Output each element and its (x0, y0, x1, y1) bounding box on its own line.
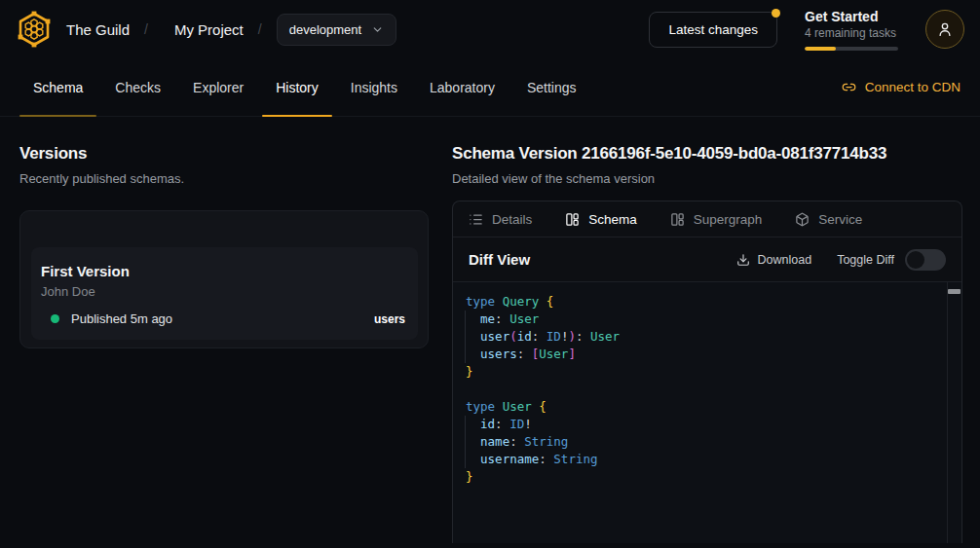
versions-title: Versions (19, 144, 429, 164)
latest-changes-button[interactable]: Latest changes (649, 12, 777, 48)
code-line: me: User (466, 311, 942, 328)
code-line: name: String (466, 433, 942, 451)
versions-panel: Versions Recently published schemas. Fir… (0, 117, 452, 548)
version-detail-card: DetailsSchemaSupergraphService Diff View… (452, 201, 962, 543)
get-started-progress-fill (805, 47, 836, 51)
detail-tab-details[interactable]: Details (469, 212, 532, 227)
code-line: } (466, 468, 942, 486)
latest-changes-label: Latest changes (668, 22, 758, 37)
nav-tab-checks[interactable]: Checks (101, 58, 174, 116)
user-avatar[interactable] (925, 10, 964, 49)
code-block: type Query { me: User user(id: ID!): Use… (466, 293, 942, 486)
download-button[interactable]: Download (736, 253, 812, 267)
code-line: type Query { (466, 293, 942, 311)
published-status-dot (51, 314, 59, 323)
toggle-diff-group: Toggle Diff (837, 249, 946, 271)
nav-tab-label: Checks (115, 80, 161, 95)
nav-tab-label: History (276, 80, 319, 95)
nav-tab-settings[interactable]: Settings (513, 58, 590, 116)
target-selector-value: development (289, 22, 361, 37)
main-content: Versions Recently published schemas. Fir… (0, 117, 980, 548)
version-author: John Doe (41, 284, 405, 299)
indent-guide (465, 416, 466, 468)
breadcrumb-org[interactable]: The Guild (66, 21, 130, 38)
detail-tab-schema[interactable]: Schema (565, 212, 637, 227)
versions-list-card: First Version John Doe Published 5m ago … (19, 210, 429, 348)
service-name-badge: users (374, 312, 405, 326)
list-icon (469, 212, 483, 227)
scrollbar-track (947, 282, 948, 543)
detail-tab-label: Service (818, 212, 862, 227)
scrollbar-thumb[interactable] (948, 289, 961, 294)
version-detail-subtitle: Detailed view of the schema version (452, 171, 962, 186)
toggle-diff-switch[interactable] (905, 249, 946, 271)
connect-to-cdn-button[interactable]: Connect to CDN (842, 80, 961, 94)
download-label: Download (758, 253, 812, 267)
get-started-widget[interactable]: Get Started 4 remaining tasks (805, 9, 898, 51)
version-status-text: Published 5m ago (71, 311, 172, 326)
download-icon (736, 253, 750, 267)
version-name: First Version (41, 263, 405, 279)
versions-subtitle: Recently published schemas. (19, 171, 429, 186)
nav-tab-label: Insights (351, 80, 397, 95)
breadcrumb-separator: / (258, 21, 262, 37)
get-started-subtitle: 4 remaining tasks (805, 26, 898, 40)
breadcrumb-separator: / (144, 21, 148, 37)
cube-icon (795, 212, 810, 227)
app-header: The Guild / My Project / development Lat… (0, 0, 980, 58)
panels-icon (670, 212, 685, 227)
version-detail-panel: Schema Version 2166196f-5e10-4059-bd0a-0… (452, 117, 980, 548)
link-icon (842, 80, 856, 94)
nav-tab-schema[interactable]: Schema (19, 58, 96, 116)
code-line: users: [User] (466, 346, 942, 363)
toggle-diff-knob (907, 251, 924, 269)
version-detail-tabs: DetailsSchemaSupergraphService (453, 201, 961, 237)
code-line: type User { (466, 398, 942, 416)
nav-tabs: SchemaChecksExplorerHistoryInsightsLabor… (19, 58, 595, 116)
connect-to-cdn-label: Connect to CDN (865, 80, 961, 94)
get-started-title: Get Started (805, 9, 898, 24)
target-nav: SchemaChecksExplorerHistoryInsightsLabor… (0, 58, 980, 117)
code-line: user(id: ID!): User (466, 328, 942, 346)
diff-toolbar: Diff View Download Toggle Diff (453, 237, 961, 282)
schema-code-area[interactable]: type Query { me: User user(id: ID!): Use… (453, 282, 961, 543)
code-line: } (466, 363, 942, 381)
code-line: username: String (466, 451, 942, 468)
version-status-row: Published 5m ago users (41, 311, 405, 326)
nav-tab-label: Explorer (193, 80, 244, 95)
indent-guide (465, 311, 466, 363)
target-selector[interactable]: development (277, 14, 396, 46)
version-detail-title: Schema Version 2166196f-5e10-4059-bd0a-0… (452, 144, 962, 164)
nav-tab-explorer[interactable]: Explorer (179, 58, 257, 116)
hive-logo-icon[interactable] (14, 9, 55, 50)
nav-tab-label: Laboratory (430, 80, 495, 95)
detail-tab-supergraph[interactable]: Supergraph (670, 212, 763, 227)
diff-view-title: Diff View (469, 251, 530, 268)
nav-tab-history[interactable]: History (262, 58, 332, 116)
detail-tab-label: Details (492, 212, 532, 227)
notification-dot (772, 9, 780, 18)
panels-icon (565, 212, 580, 227)
nav-tab-laboratory[interactable]: Laboratory (416, 58, 509, 116)
toggle-diff-label: Toggle Diff (837, 253, 894, 267)
get-started-progress (805, 47, 898, 51)
breadcrumb-project[interactable]: My Project (174, 21, 244, 38)
person-icon (936, 20, 954, 38)
nav-tab-label: Schema (33, 80, 83, 95)
nav-tab-label: Settings (527, 80, 577, 95)
chevron-down-icon (371, 23, 384, 36)
code-line (466, 381, 942, 398)
code-line: id: ID! (466, 416, 942, 433)
version-list-item[interactable]: First Version John Doe Published 5m ago … (31, 247, 418, 340)
detail-tab-service[interactable]: Service (795, 212, 862, 227)
detail-tab-label: Schema (588, 212, 637, 227)
nav-tab-insights[interactable]: Insights (337, 58, 411, 116)
detail-tab-label: Supergraph (694, 212, 763, 227)
